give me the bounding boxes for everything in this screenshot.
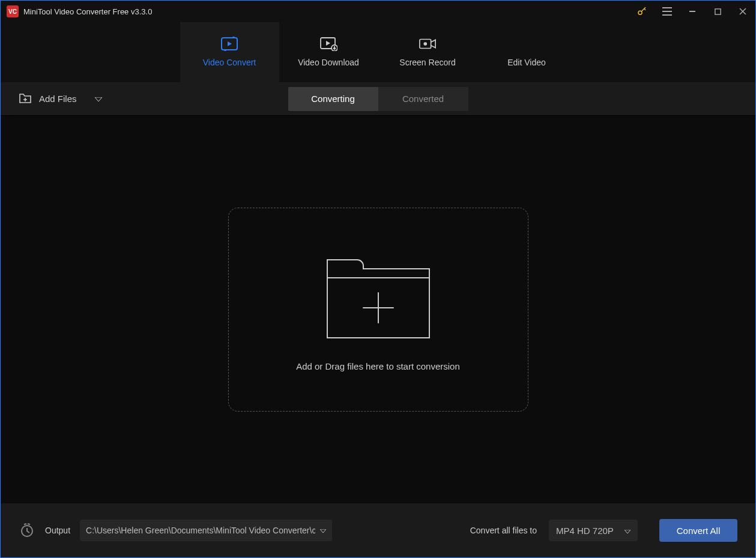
upgrade-key-icon[interactable] xyxy=(635,5,649,18)
chevron-down-icon xyxy=(320,526,326,535)
footer-bar: Output C:\Users\Helen Green\Documents\Mi… xyxy=(1,503,755,557)
add-files-button[interactable]: Add Files xyxy=(19,92,102,106)
maximize-button[interactable] xyxy=(711,5,724,18)
tab-converting[interactable]: Converting xyxy=(288,87,378,111)
window-title: MiniTool Video Converter Free v3.3.0 xyxy=(23,7,152,16)
format-select[interactable]: MP4 HD 720P xyxy=(549,520,638,541)
svg-rect-1 xyxy=(715,8,720,14)
add-folder-icon xyxy=(19,92,32,106)
status-tabs: Converting Converted xyxy=(288,87,468,111)
chevron-down-icon xyxy=(624,526,631,536)
edit-video-icon xyxy=(518,37,536,50)
svg-marker-11 xyxy=(320,529,326,533)
tab-label: Video Convert xyxy=(203,58,256,67)
main-tabs: Video Convert Video Download Screen Reco… xyxy=(1,22,755,82)
tab-label: Video Download xyxy=(298,58,359,67)
output-path-value: C:\Users\Helen Green\Documents\MiniTool … xyxy=(86,526,315,535)
add-files-label: Add Files xyxy=(39,94,77,104)
window-controls xyxy=(635,5,749,18)
tab-video-download[interactable]: Video Download xyxy=(279,22,378,82)
schedule-icon[interactable] xyxy=(19,522,35,539)
sub-toolbar: Add Files Converting Converted xyxy=(1,82,755,116)
svg-marker-9 xyxy=(95,97,102,101)
tab-converted[interactable]: Converted xyxy=(378,87,468,111)
tab-label: Screen Record xyxy=(399,58,455,67)
svg-marker-3 xyxy=(228,41,232,46)
convert-all-button[interactable]: Convert All xyxy=(659,519,737,542)
tab-label: Edit Video xyxy=(507,58,546,67)
output-path-select[interactable]: C:\Users\Helen Green\Documents\MiniTool … xyxy=(80,520,332,541)
minimize-button[interactable] xyxy=(686,5,699,18)
svg-point-0 xyxy=(638,11,642,14)
menu-icon[interactable] xyxy=(661,5,674,18)
main-content: Add or Drag files here to start conversi… xyxy=(1,116,755,503)
tab-video-convert[interactable]: Video Convert xyxy=(180,22,279,82)
video-download-icon xyxy=(319,37,337,50)
close-button[interactable] xyxy=(736,5,749,18)
titlebar: VC MiniTool Video Converter Free v3.3.0 xyxy=(1,1,755,22)
dropzone[interactable]: Add or Drag files here to start conversi… xyxy=(228,208,528,412)
dropzone-message: Add or Drag files here to start conversi… xyxy=(296,361,460,371)
format-selected-value: MP4 HD 720P xyxy=(556,526,620,536)
chevron-down-icon[interactable] xyxy=(95,94,102,104)
svg-marker-12 xyxy=(624,530,631,533)
video-convert-icon xyxy=(220,37,238,50)
tab-screen-record[interactable]: Screen Record xyxy=(378,22,477,82)
screen-record-icon xyxy=(419,37,437,50)
convert-to-label: Convert all files to xyxy=(470,526,537,535)
tab-edit-video[interactable]: Edit Video xyxy=(477,22,576,82)
output-label: Output xyxy=(45,526,70,535)
folder-plus-icon xyxy=(321,248,435,343)
svg-marker-5 xyxy=(326,41,330,46)
svg-point-8 xyxy=(423,42,427,46)
app-logo-icon: VC xyxy=(7,5,19,17)
